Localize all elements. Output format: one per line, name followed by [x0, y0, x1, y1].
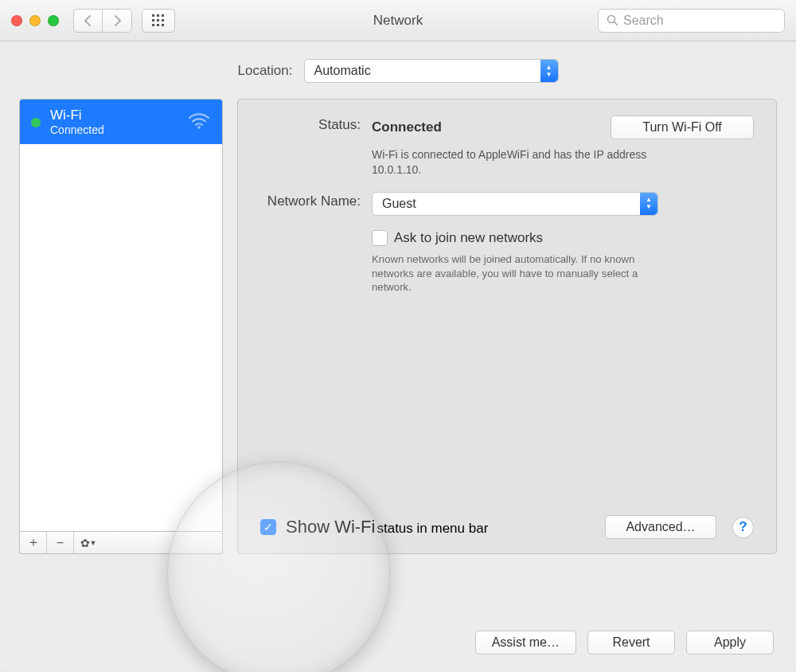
location-row: Location: Automatic — [0, 41, 796, 99]
sidebar-column: Wi-Fi Connected ＋ − ✿▼ — [19, 99, 223, 554]
svg-rect-3 — [152, 19, 154, 21]
gear-icon: ✿ — [80, 537, 88, 549]
network-name-label: Network Name: — [260, 192, 372, 295]
wifi-icon — [187, 111, 211, 130]
sidebar-list[interactable]: Wi-Fi Connected — [19, 99, 223, 532]
show-wifi-menubar-label: Show Wi-Fi status in menu bar — [286, 517, 488, 537]
ask-to-join-row: Ask to join new networks — [372, 230, 754, 246]
svg-point-11 — [197, 126, 201, 129]
chevron-right-icon — [113, 15, 122, 26]
toggle-wifi-button[interactable]: Turn Wi-Fi Off — [611, 115, 754, 139]
status-value: Connected — [372, 119, 442, 135]
window-network-prefs: Network Search Location: Automatic Wi — [0, 0, 796, 672]
svg-rect-6 — [152, 24, 154, 26]
plus-icon: ＋ — [27, 534, 40, 551]
grid-icon — [151, 14, 166, 28]
network-name-select[interactable]: Guest — [372, 192, 658, 216]
zoom-button[interactable] — [48, 15, 59, 26]
titlebar: Network Search — [0, 0, 796, 41]
sidebar-item-status: Connected — [50, 123, 104, 136]
minimize-button[interactable] — [29, 15, 41, 26]
svg-rect-0 — [152, 14, 154, 17]
ask-to-join-note: Known networks will be joined automatica… — [372, 252, 674, 295]
svg-rect-2 — [162, 14, 164, 17]
remove-service-button[interactable]: − — [47, 532, 74, 553]
chevron-down-icon: ▼ — [90, 539, 96, 547]
chevron-updown-icon — [540, 60, 558, 82]
svg-rect-4 — [157, 19, 159, 21]
sidebar-item-name: Wi-Fi — [50, 107, 104, 123]
service-actions-button[interactable]: ✿▼ — [74, 532, 101, 553]
svg-rect-8 — [162, 24, 164, 26]
assist-me-button[interactable]: Assist me… — [475, 631, 576, 654]
content: Wi-Fi Connected ＋ − ✿▼ Status: — [0, 99, 796, 554]
svg-line-10 — [615, 22, 618, 25]
close-button[interactable] — [11, 15, 22, 26]
show-all-button[interactable] — [142, 9, 175, 33]
forward-button[interactable] — [103, 9, 132, 33]
search-icon — [607, 14, 618, 26]
status-dot-icon — [31, 118, 41, 127]
revert-button[interactable]: Revert — [587, 631, 675, 654]
sidebar-item-wifi[interactable]: Wi-Fi Connected — [20, 100, 222, 144]
footer: Assist me… Revert Apply — [475, 631, 774, 654]
chevron-left-icon — [84, 15, 92, 26]
window-controls — [11, 15, 59, 26]
ask-to-join-label: Ask to join new networks — [394, 230, 543, 246]
location-select[interactable]: Automatic — [304, 59, 559, 83]
location-label: Location: — [238, 63, 293, 79]
svg-rect-1 — [157, 14, 159, 17]
search-input[interactable]: Search — [598, 9, 785, 33]
details-bottom-row: ✓ Show Wi-Fi status in menu bar Advanced… — [260, 515, 754, 539]
sidebar-tools: ＋ − ✿▼ — [19, 532, 223, 554]
help-button[interactable]: ? — [732, 517, 754, 538]
advanced-button[interactable]: Advanced… — [605, 515, 716, 539]
status-label: Status: — [260, 115, 372, 178]
apply-button[interactable]: Apply — [686, 631, 774, 654]
status-description: Wi-Fi is connected to AppleWiFi and has … — [372, 147, 674, 178]
svg-rect-5 — [162, 19, 164, 21]
back-button[interactable] — [73, 9, 103, 33]
nav-buttons — [73, 9, 132, 33]
details-panel: Status: Connected Turn Wi-Fi Off Wi-Fi i… — [237, 99, 777, 554]
ask-to-join-checkbox[interactable] — [372, 230, 388, 246]
minus-icon: − — [57, 536, 64, 550]
add-service-button[interactable]: ＋ — [20, 532, 47, 553]
window-title: Network — [373, 13, 423, 29]
svg-rect-7 — [157, 24, 159, 26]
show-wifi-menubar-checkbox[interactable]: ✓ — [260, 519, 276, 535]
search-placeholder: Search — [623, 14, 664, 28]
location-value: Automatic — [305, 64, 380, 78]
chevron-updown-icon — [640, 193, 657, 215]
network-name-value: Guest — [373, 197, 426, 211]
